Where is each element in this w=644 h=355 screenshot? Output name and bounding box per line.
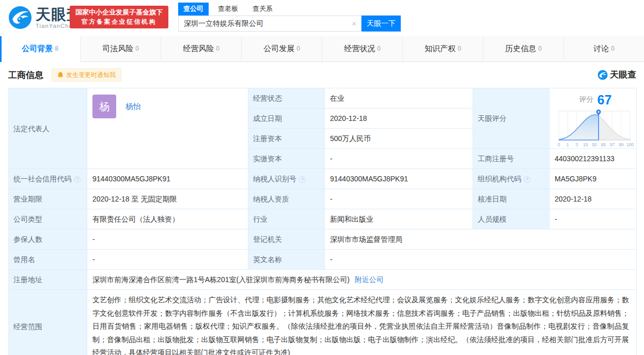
svg-text:100: 100 bbox=[626, 142, 634, 147]
score-distribution-chart: 0 1 3 15 50 85 97 99 100 bbox=[556, 108, 635, 149]
help-icon[interactable]: ? bbox=[524, 176, 530, 183]
help-icon[interactable]: ? bbox=[74, 176, 81, 183]
search-input[interactable] bbox=[179, 16, 361, 31]
nearby-companies-link[interactable]: 附近公司 bbox=[355, 275, 384, 284]
field-label-english-name: 英文名称 bbox=[248, 250, 325, 270]
bell-icon bbox=[57, 72, 64, 79]
tab-history-info[interactable]: 历史信息0 bbox=[483, 36, 564, 61]
field-label-business-scope: 经营范围 bbox=[9, 290, 87, 355]
field-value-english-name: - bbox=[325, 250, 637, 270]
active-tab-accent bbox=[0, 36, 2, 62]
field-value-business-scope: 文艺创作；组织文化艺术交流活动；广告设计、代理；电影摄制服务；其他文化艺术经纪代… bbox=[87, 290, 637, 355]
page: 天眼查 TianYanCha.com 国家中小企业发展子基金旗下 官方备案企业征… bbox=[0, 0, 644, 355]
field-value-credit-code: 91440300MA5GJ8PK91 bbox=[87, 169, 248, 189]
field-label-former-name: 曾用名 bbox=[9, 250, 87, 270]
field-value-registration-authority: 深圳市市场监督管理局 bbox=[325, 229, 637, 250]
field-label-operating-status: 经营状态 bbox=[248, 88, 325, 109]
field-value-registered-address: 深圳市前海深港合作区前湾一路1号A栋201室(入驻深圳市前海商务秘书有限公司) bbox=[92, 275, 350, 284]
tab-company-background[interactable]: 公司背景8 bbox=[0, 36, 81, 62]
field-value-registration-number: 440300212391133 bbox=[549, 149, 637, 169]
tab-company-development[interactable]: 公司发展0 bbox=[242, 36, 322, 61]
field-value-former-name: - bbox=[87, 250, 248, 270]
score-caption: 评分 bbox=[579, 95, 594, 104]
company-tabbar: 公司背景8 司法风险0 经营风险0 公司发展0 经营状况0 知识产权0 历史信息… bbox=[0, 36, 644, 62]
svg-text:97: 97 bbox=[610, 142, 615, 147]
top-header: 天眼查 TianYanCha.com 国家中小企业发展子基金旗下 官方备案企业征… bbox=[0, 0, 644, 36]
search-button[interactable]: 天眼一下 bbox=[362, 16, 401, 32]
field-label-industry: 行业 bbox=[248, 209, 325, 229]
search-tab-company[interactable]: 查公司 bbox=[178, 3, 209, 16]
field-label-credit-code: 统一社会信用代码 bbox=[13, 175, 71, 183]
clear-search-icon[interactable]: × bbox=[352, 19, 356, 28]
field-value-operating-status: 在业 bbox=[325, 88, 473, 109]
field-label-staff-size: 人员规模 bbox=[473, 209, 549, 229]
field-label-registration-authority: 登记机关 bbox=[248, 229, 325, 250]
section-header: 工商信息 发生变更时通知我 天眼查 bbox=[0, 62, 644, 88]
field-value-paid-in-capital: - bbox=[325, 149, 473, 169]
gov-certification-badge: 国家中小企业发展子基金旗下 官方备案企业征信机构 bbox=[70, 6, 168, 28]
score-value: 67 bbox=[598, 92, 612, 107]
svg-text:99: 99 bbox=[619, 142, 624, 147]
svg-text:1: 1 bbox=[567, 142, 569, 147]
tianyancha-watermark-icon bbox=[598, 70, 608, 80]
tab-judicial-risk[interactable]: 司法风险0 bbox=[81, 36, 161, 61]
field-value-staff-size: - bbox=[549, 209, 637, 229]
field-label-establish-date: 成立日期 bbox=[248, 109, 325, 129]
field-label-approval-date: 核准日期 bbox=[473, 189, 549, 209]
field-value-establish-date: 2020-12-18 bbox=[325, 109, 473, 129]
tianyancha-logo-icon bbox=[8, 6, 32, 29]
business-info-table: 法定代表人 杨 杨怡 经营状态 在业 成立日期 2020-12-18 注册资本 … bbox=[8, 88, 636, 355]
field-label-registered-address: 注册地址 bbox=[9, 270, 87, 290]
legal-representative-avatar[interactable]: 杨 bbox=[92, 95, 116, 118]
notify-on-change-button[interactable]: 发生变更时通知我 bbox=[52, 68, 121, 82]
search-area: 查公司 查老板 查关系 × 天眼一下 bbox=[178, 4, 401, 32]
field-label-registered-capital: 注册资本 bbox=[248, 129, 325, 149]
field-value-industry: 新闻和出版业 bbox=[325, 209, 473, 229]
help-icon[interactable]: ? bbox=[299, 176, 306, 183]
field-label-legal-representative: 法定代表人 bbox=[9, 88, 87, 169]
section-title: 工商信息 bbox=[8, 69, 43, 81]
field-value-taxpayer-qualification: - bbox=[325, 189, 473, 209]
field-label-insured-count: 参保人数 bbox=[9, 229, 87, 250]
svg-text:15: 15 bbox=[583, 142, 588, 147]
field-label-tianyan-score: 天眼评分 bbox=[473, 88, 549, 149]
field-value-taxpayer-id: 91440300MA5GJ8PK91 bbox=[325, 169, 473, 189]
tab-discussion[interactable]: 讨论0 bbox=[564, 36, 644, 61]
field-value-registered-capital: 500万人民币 bbox=[325, 129, 473, 149]
field-value-company-type: 有限责任公司（法人独资） bbox=[87, 209, 248, 229]
field-label-paid-in-capital: 实缴资本 bbox=[248, 149, 325, 169]
field-value-insured-count: - bbox=[87, 229, 248, 250]
field-label-registration-number: 工商注册号 bbox=[473, 149, 549, 169]
field-label-company-type: 公司类型 bbox=[9, 209, 87, 229]
field-value-org-code: MA5GJ8PK9 bbox=[549, 169, 637, 189]
tab-intellectual-property[interactable]: 知识产权0 bbox=[403, 36, 483, 61]
search-tabs: 查公司 查老板 查关系 bbox=[178, 4, 401, 16]
tianyan-score-cell: 评分 67 bbox=[549, 88, 637, 149]
svg-text:3: 3 bbox=[575, 142, 578, 147]
field-label-taxpayer-id: 纳税人识别号 bbox=[253, 175, 296, 183]
search-tab-boss[interactable]: 查老板 bbox=[213, 3, 243, 16]
field-label-taxpayer-qualification: 纳税人资质 bbox=[248, 189, 325, 209]
field-label-business-term: 营业期限 bbox=[9, 189, 87, 209]
field-value-business-term: 2020-12-18 至 无固定期限 bbox=[87, 189, 248, 209]
tab-operation-risk[interactable]: 经营风险0 bbox=[161, 36, 242, 61]
legal-representative-link[interactable]: 杨怡 bbox=[125, 102, 141, 111]
svg-text:0: 0 bbox=[558, 142, 560, 147]
field-label-org-code: 组织机构代码 bbox=[478, 175, 521, 183]
svg-text:85: 85 bbox=[601, 142, 606, 147]
svg-text:50: 50 bbox=[592, 142, 597, 147]
tab-operation-status[interactable]: 经营状况0 bbox=[322, 36, 403, 61]
watermark-logo: 天眼查 bbox=[598, 69, 636, 81]
field-value-approval-date: 2020-12-18 bbox=[549, 189, 637, 209]
search-tab-relation[interactable]: 查关系 bbox=[247, 3, 278, 16]
